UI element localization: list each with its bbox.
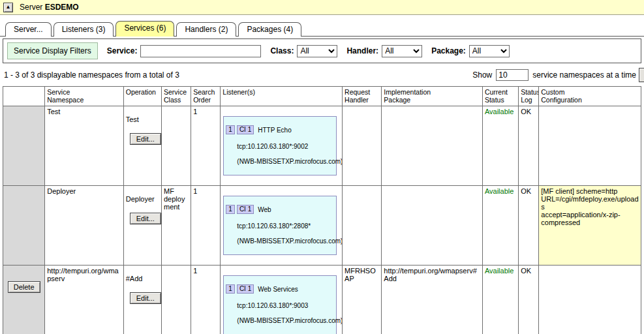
- tab-bar: Server... Listeners (3) Services (6) Han…: [0, 15, 644, 37]
- table-row: Deployer Deployer Edit... MF deployment …: [3, 186, 641, 266]
- action-cell: [3, 106, 45, 186]
- header-custom-configuration: Custom Configuration: [539, 87, 641, 106]
- collapse-button[interactable]: ▲: [3, 3, 13, 12]
- header-service-class: Service Class: [161, 87, 191, 106]
- show-count-input[interactable]: [496, 69, 529, 81]
- search-order-cell: 1: [191, 186, 221, 266]
- package-filter-select[interactable]: All: [469, 45, 510, 57]
- operation-cell: Test Edit...: [123, 106, 161, 186]
- delete-button[interactable]: Delete: [8, 281, 40, 293]
- server-titlebar: ▲ Server ESDEMO: [0, 0, 644, 15]
- namespace-cell: Deployer: [45, 186, 123, 266]
- package-filter-label: Package:: [431, 46, 466, 55]
- action-cell: [3, 186, 45, 266]
- header-service-namespace: Service Namespace: [45, 87, 123, 106]
- listener-address: tcp:10.120.63.180*:2808*: [226, 222, 334, 230]
- header-current-status: Current Status: [482, 87, 518, 106]
- show-count-group: Show service namespaces at a time: [472, 69, 636, 81]
- services-table: Service Namespace Operation Service Clas…: [3, 86, 641, 334]
- collapse-triangle-icon: ▲: [6, 4, 11, 10]
- header-status-log: Status Log: [519, 87, 539, 106]
- header-listeners: Listener(s): [221, 87, 343, 106]
- custom-config-cell: [539, 106, 641, 186]
- operation-cell: #Add Edit...: [123, 266, 161, 334]
- listener-number: 1: [226, 125, 235, 134]
- status-cell: Available: [482, 106, 518, 186]
- listener-cell: 1 CI 1 Web Services tcp:10.120.63.180*:9…: [221, 266, 343, 334]
- namespace-count-summary: 1 - 3 of 3 displayable namespaces from a…: [4, 70, 179, 80]
- implementation-cell: http://tempuri.org/wmapserv#Add: [382, 266, 483, 334]
- class-filter-select[interactable]: All: [297, 45, 337, 57]
- show-label: Show: [472, 70, 492, 80]
- listener-host: (NWB-MBISSETXP.microfocus.com): [226, 317, 334, 325]
- listener-number: 1: [226, 284, 235, 294]
- request-handler-cell: [343, 186, 382, 266]
- operation-name: Test: [126, 115, 159, 123]
- tab-services[interactable]: Services (6): [115, 21, 174, 37]
- listener-address: tcp:10.120.63.180*:9003: [226, 302, 334, 310]
- status-log-cell: OK: [519, 266, 539, 334]
- listener-host: (NWB-MBISSETXP.microfocus.com): [226, 158, 334, 166]
- table-row: Delete http://tempuri.org/wmapserv #Add …: [3, 266, 641, 334]
- page-title: Server ESDEMO: [20, 3, 79, 12]
- listener-box: 1 CI 1 Web tcp:10.120.63.180*:2808* (NWB…: [223, 196, 337, 255]
- implementation-cell: [382, 186, 483, 266]
- listener-name: Web: [258, 206, 271, 213]
- custom-config-cell: [MF client] scheme=http URL=/cgi/mfdeplo…: [539, 186, 641, 266]
- implementation-cell: [382, 106, 483, 186]
- status-log-cell: OK: [519, 106, 539, 186]
- handler-filter-group: Handler: All: [346, 45, 422, 57]
- service-class-cell: [161, 266, 191, 334]
- request-handler-cell: MFRHSOAP: [343, 266, 382, 334]
- class-filter-group: Class: All: [270, 45, 337, 57]
- operation-name: Deployer: [126, 195, 159, 203]
- listener-number: 1: [226, 205, 235, 214]
- listener-cell: 1 CI 1 HTTP Echo tcp:10.120.63.180*:9002…: [221, 106, 343, 186]
- header-request-handler: Request Handler: [343, 87, 382, 106]
- operation-name: #Add: [126, 275, 159, 282]
- service-filter-group: Service:: [107, 45, 262, 57]
- listener-name: Web Services: [258, 286, 298, 293]
- header-action: [3, 87, 45, 106]
- package-filter-group: Package: All: [431, 45, 510, 57]
- tab-handlers[interactable]: Handlers (2): [176, 22, 236, 37]
- edit-button[interactable]: Edit...: [130, 292, 161, 304]
- service-class-cell: [161, 106, 191, 186]
- edit-button[interactable]: Edit...: [130, 133, 161, 145]
- action-cell: Delete: [3, 266, 45, 334]
- service-filter-label: Service:: [107, 46, 138, 55]
- listener-name: HTTP Echo: [258, 127, 292, 134]
- table-row: Test Test Edit... 1 1 CI 1 HTTP Echo tcp…: [3, 106, 641, 186]
- tab-listeners[interactable]: Listeners (3): [54, 22, 114, 37]
- handler-filter-label: Handler:: [346, 46, 378, 55]
- listener-ci-badge: CI 1: [237, 205, 254, 214]
- operation-cell: Deployer Edit...: [123, 186, 161, 266]
- tab-packages[interactable]: Packages (4): [238, 22, 301, 37]
- namespace-cell: http://tempuri.org/wmapserv: [45, 266, 123, 334]
- header-operation: Operation: [123, 87, 161, 106]
- handler-filter-select[interactable]: All: [382, 45, 422, 57]
- filter-title: Service Display Filters: [7, 42, 98, 59]
- custom-config-cell: [539, 266, 641, 334]
- apply-show-button-partial[interactable]: [639, 68, 644, 82]
- listener-ci-badge: CI 1: [237, 125, 254, 134]
- namespace-cell: Test: [45, 106, 123, 186]
- tab-server[interactable]: Server...: [5, 22, 52, 37]
- table-header-row: Service Namespace Operation Service Clas…: [3, 87, 641, 106]
- status-cell: Available: [482, 266, 518, 334]
- service-filter-input[interactable]: [140, 45, 261, 57]
- search-order-cell: 1: [191, 106, 221, 186]
- status-log-cell: OK: [519, 186, 539, 266]
- edit-button[interactable]: Edit...: [130, 213, 161, 224]
- show-suffix-label: service namespaces at a time: [532, 70, 636, 80]
- header-implementation-package: Implementation Package: [382, 87, 483, 106]
- listener-cell: 1 CI 1 Web tcp:10.120.63.180*:2808* (NWB…: [221, 186, 343, 266]
- service-class-cell: MF deployment: [161, 186, 191, 266]
- class-filter-label: Class:: [270, 46, 294, 55]
- status-cell: Available: [482, 186, 518, 266]
- listener-box: 1 CI 1 Web Services tcp:10.120.63.180*:9…: [223, 275, 337, 334]
- listener-address: tcp:10.120.63.180*:9002: [226, 143, 334, 151]
- listener-box: 1 CI 1 HTTP Echo tcp:10.120.63.180*:9002…: [223, 116, 337, 175]
- listener-host: (NWB-MBISSETXP.microfocus.com): [226, 237, 334, 245]
- server-label: Server: [20, 3, 42, 12]
